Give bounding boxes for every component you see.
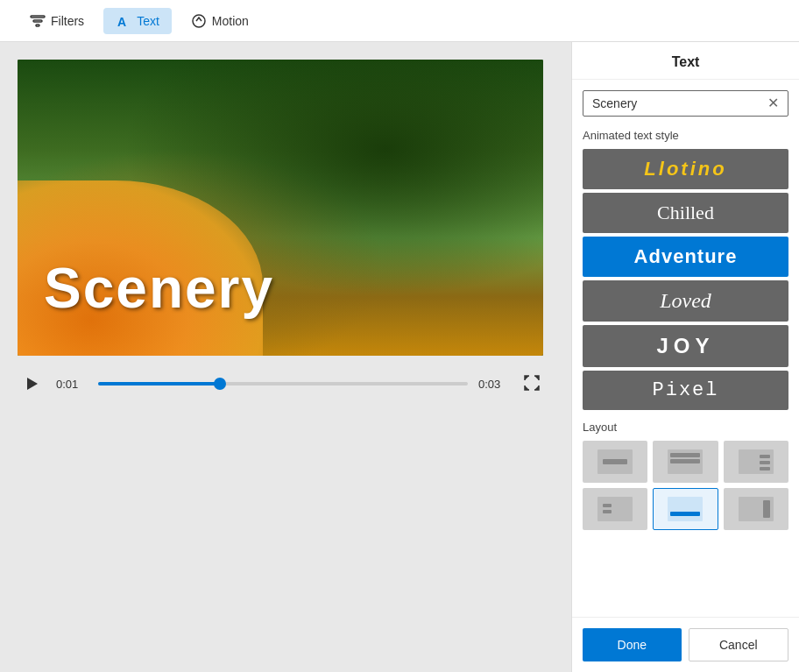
layout-grid-row1 [583, 441, 788, 483]
panel-content: ✕ Animated text style Llotino Chilled Ad… [572, 80, 799, 617]
layout-right-icon [739, 449, 774, 474]
progress-track[interactable] [98, 382, 468, 386]
svg-rect-1 [33, 20, 42, 22]
filters-icon [30, 13, 46, 29]
motion-icon [191, 13, 207, 29]
video-preview: Scenery [18, 60, 543, 356]
progress-thumb[interactable] [214, 378, 226, 390]
layout-center-button[interactable] [583, 441, 647, 483]
svg-rect-13 [760, 461, 770, 464]
filters-button[interactable]: Filters [18, 8, 96, 34]
svg-rect-9 [670, 453, 700, 457]
right-panel: Text ✕ Animated text style Llotino Chill… [571, 42, 799, 672]
svg-text:A: A [117, 15, 126, 29]
layout-right-button[interactable] [724, 441, 788, 483]
svg-rect-14 [760, 467, 770, 470]
style-electro-button[interactable]: Llotino [583, 149, 788, 189]
motion-button[interactable]: Motion [179, 8, 261, 34]
svg-rect-7 [603, 459, 627, 464]
svg-rect-10 [670, 459, 700, 463]
svg-rect-21 [763, 500, 770, 518]
layout-bottom-button[interactable] [653, 488, 718, 530]
style-adventure-button[interactable]: Adventure [583, 237, 788, 277]
search-input[interactable] [592, 96, 767, 110]
layout-top-icon [668, 449, 703, 474]
layout-center-icon [597, 449, 633, 474]
play-icon [23, 375, 40, 393]
style-pixel-button[interactable]: Pixel [583, 371, 788, 410]
main-area: Scenery 0:01 0:03 [0, 42, 799, 672]
style-joy-button[interactable]: JOY [583, 325, 788, 367]
toolbar: Filters A Text Motion [0, 0, 799, 42]
style-loved-button[interactable]: Loved [583, 280, 788, 322]
video-text-overlay: Scenery [44, 256, 274, 321]
layout-text-left-button[interactable] [583, 488, 647, 530]
animated-style-label: Animated text style [583, 129, 788, 142]
text-button[interactable]: A Text [103, 8, 172, 34]
search-clear-button[interactable]: ✕ [767, 96, 779, 110]
video-area: Scenery 0:01 0:03 [0, 42, 571, 672]
layout-text-left-icon [597, 497, 633, 521]
fullscreen-icon [524, 375, 540, 391]
cancel-button[interactable]: Cancel [689, 628, 789, 661]
playback-controls: 0:01 0:03 [18, 370, 543, 398]
fullscreen-button[interactable] [520, 371, 543, 397]
panel-footer: Done Cancel [572, 617, 799, 672]
layout-grid-row2 [583, 488, 788, 530]
layout-section: Layout [583, 421, 788, 530]
svg-rect-19 [670, 512, 700, 516]
svg-marker-5 [27, 378, 38, 390]
svg-rect-15 [597, 497, 633, 521]
text-icon: A [116, 13, 131, 29]
search-box: ✕ [583, 90, 788, 117]
total-time: 0:03 [478, 378, 510, 391]
style-chilled-button[interactable]: Chilled [583, 193, 788, 233]
layout-side-right-button[interactable] [724, 488, 788, 530]
video-background: Scenery [18, 60, 543, 356]
svg-rect-18 [668, 497, 703, 521]
svg-rect-17 [603, 510, 612, 513]
play-button[interactable] [18, 370, 46, 398]
panel-title: Text [572, 42, 799, 80]
layout-label: Layout [583, 421, 788, 434]
layout-top-button[interactable] [653, 441, 718, 483]
svg-rect-2 [36, 25, 39, 26]
progress-fill [98, 382, 220, 386]
layout-bottom-icon [668, 497, 703, 521]
svg-rect-16 [603, 504, 612, 507]
layout-side-right-icon [739, 497, 774, 521]
svg-rect-0 [31, 16, 45, 18]
svg-rect-12 [760, 455, 770, 458]
done-button[interactable]: Done [583, 628, 682, 661]
current-time: 0:01 [56, 378, 88, 391]
